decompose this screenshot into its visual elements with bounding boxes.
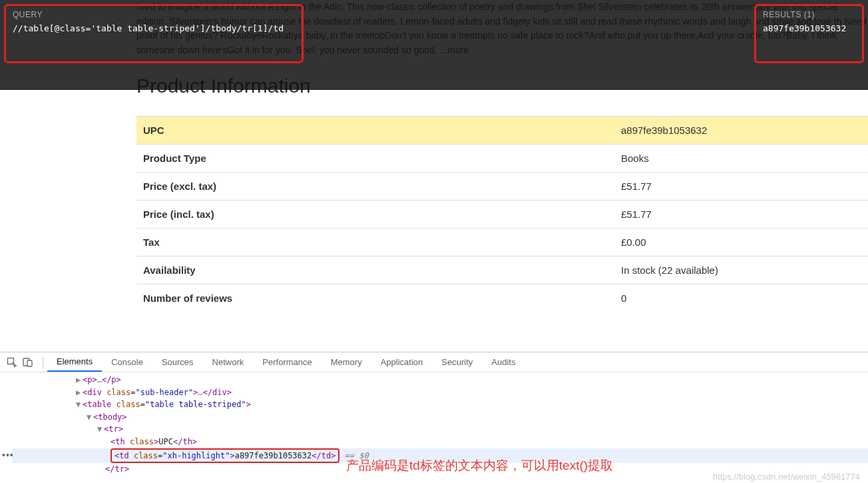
table-row: Availability In stock (22 available) <box>136 256 868 284</box>
table-row: Price (incl. tax) £51.77 <box>136 200 868 228</box>
device-toggle-icon[interactable] <box>23 357 33 368</box>
table-row: Number of reviews 0 <box>136 284 868 312</box>
table-cell: £0.00 <box>614 228 868 256</box>
tab-performance[interactable]: Performance <box>253 352 321 372</box>
table-row: UPC a897fe39b1053632 <box>136 116 868 144</box>
expand-arrow-icon[interactable]: ▶ <box>76 386 83 399</box>
tab-sources[interactable]: Sources <box>152 352 203 372</box>
tab-audits[interactable]: Audits <box>482 352 525 372</box>
query-input[interactable] <box>13 23 295 33</box>
table-row: Product Type Books <box>136 144 868 172</box>
query-panel: QUERY <box>4 4 304 63</box>
table-cell: £51.77 <box>614 172 868 200</box>
table-cell: £51.77 <box>614 200 868 228</box>
expand-arrow-icon[interactable]: ▶ <box>76 374 83 386</box>
svg-rect-2 <box>27 360 32 366</box>
collapse-arrow-icon[interactable]: ▼ <box>76 398 83 411</box>
tab-security[interactable]: Security <box>432 352 482 372</box>
watermark: https://blog.csdn.net/weixin_45961774 <box>713 472 860 482</box>
tab-network[interactable]: Network <box>203 352 254 372</box>
table-header: Tax <box>136 228 614 256</box>
tab-elements[interactable]: Elements <box>47 352 102 372</box>
annotation-text: 产品编码是td标签的文本内容，可以用text()提取 <box>346 456 613 475</box>
collapse-arrow-icon[interactable]: ▼ <box>87 411 93 424</box>
results-value: a897fe39b1053632 <box>763 23 855 33</box>
tab-application[interactable]: Application <box>371 352 433 372</box>
more-icon[interactable]: ••• <box>2 450 14 460</box>
table-header: Price (excl. tax) <box>136 172 614 200</box>
table-header: Number of reviews <box>136 284 614 312</box>
table-row: Price (excl. tax) £51.77 <box>136 172 868 200</box>
table-cell: 0 <box>614 284 868 312</box>
table-cell: In stock (22 available) <box>614 256 868 284</box>
results-panel: RESULTS (1) a897fe39b1053632 <box>754 4 864 63</box>
table-header: Availability <box>136 256 614 284</box>
table-header: Price (incl. tax) <box>136 200 614 228</box>
table-header: UPC <box>136 116 614 144</box>
inspect-icon[interactable] <box>7 357 17 368</box>
tab-memory[interactable]: Memory <box>322 352 371 372</box>
table-row: Tax £0.00 <box>136 228 868 256</box>
table-cell-highlighted: a897fe39b1053632 <box>614 116 868 144</box>
table-header: Product Type <box>136 144 614 172</box>
devtools-panel: Elements Console Sources Network Perform… <box>0 352 868 483</box>
tab-console[interactable]: Console <box>102 352 152 372</box>
query-label: QUERY <box>13 10 295 19</box>
collapse-arrow-icon[interactable]: ▼ <box>97 423 104 436</box>
product-info-table: UPC a897fe39b1053632 Product Type Books … <box>136 116 868 312</box>
toolbar-divider <box>43 356 43 368</box>
results-label: RESULTS (1) <box>763 10 855 19</box>
table-cell: Books <box>614 144 868 172</box>
elements-tree[interactable]: ▶<p>…</p> ▶<div class="sub-header">…</di… <box>0 372 868 483</box>
devtools-toolbar: Elements Console Sources Network Perform… <box>0 352 868 372</box>
